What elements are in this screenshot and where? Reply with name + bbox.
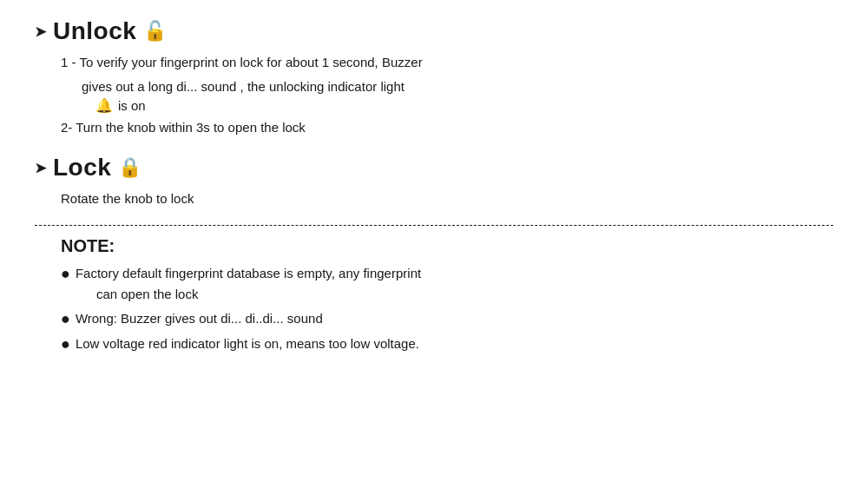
note-item-1-indent: can open the lock — [96, 287, 199, 301]
bullet-2: ● — [61, 308, 70, 330]
note-item-2: ● Wrong: Buzzer gives out di... di..di..… — [61, 308, 833, 330]
indicator-line: 🔔 is on — [95, 97, 833, 114]
unlock-section: ➤ Unlock 🔓 1 - To verify your fingerprin… — [35, 17, 833, 138]
lock-heading: ➤ Lock 🔒 — [35, 154, 833, 182]
unlock-step-2: 2- Turn the knob within 3s to open the l… — [61, 117, 833, 138]
note-section: NOTE: ● Factory default fingerprint data… — [61, 236, 833, 355]
note-item-3: ● Low voltage red indicator light is on,… — [61, 333, 833, 355]
unlock-content: 1 - To verify your fingerprint on lock f… — [61, 52, 833, 138]
unlock-icon: 🔓 — [143, 20, 167, 43]
note-item-3-text: Low voltage red indicator light is on, m… — [76, 333, 419, 354]
note-item-1-content: Factory default fingerprint database is … — [76, 263, 421, 305]
lock-title: Lock — [53, 154, 111, 182]
bullet-1: ● — [61, 263, 70, 285]
lock-section: ➤ Lock 🔒 Rotate the knob to lock — [35, 154, 833, 209]
divider — [35, 225, 833, 226]
lock-description: Rotate the knob to lock — [61, 188, 833, 209]
step2-text: Turn the knob within 3s to open the lock — [76, 120, 306, 135]
note-list: ● Factory default fingerprint database i… — [61, 263, 833, 355]
unlock-title: Unlock — [53, 17, 136, 45]
note-label: NOTE: — [61, 236, 833, 256]
bullet-3: ● — [61, 333, 70, 355]
step2-prefix: 2- — [61, 120, 72, 135]
lock-icon: 🔒 — [118, 156, 141, 179]
note-item-1-text: Factory default fingerprint database is … — [76, 266, 421, 280]
lock-content: Rotate the knob to lock — [61, 188, 833, 209]
indicator-text: is on — [118, 98, 146, 113]
unlock-arrow: ➤ — [35, 23, 46, 40]
note-item-2-text: Wrong: Buzzer gives out di... di..di... … — [76, 308, 323, 329]
indicator-icon: 🔔 — [95, 97, 113, 114]
step1-prefix: 1 - — [61, 55, 76, 69]
unlock-heading: ➤ Unlock 🔓 — [35, 17, 833, 45]
unlock-step-1b: gives out a long di... sound , the unloc… — [82, 76, 833, 97]
unlock-step-1: 1 - To verify your fingerprint on lock f… — [61, 52, 833, 73]
step1-text: To verify your fingerprint on lock for a… — [79, 55, 422, 69]
note-item-1: ● Factory default fingerprint database i… — [61, 263, 833, 305]
lock-arrow: ➤ — [35, 160, 46, 176]
